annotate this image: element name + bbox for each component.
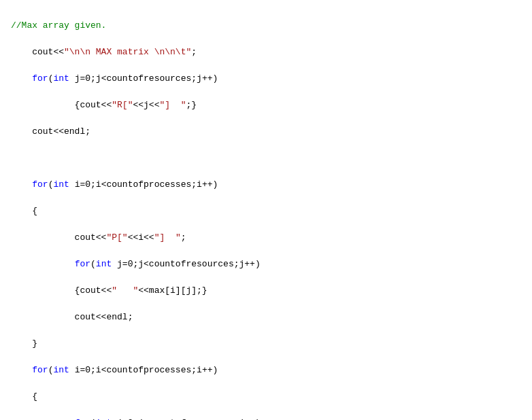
line-2: cout<<"\n\n MAX matrix \n\n\t"; [11,46,532,59]
line-10: for(int j=0;j<countofresources;j++) [11,258,532,271]
line-4: {cout<<"R["<<j<<"] ";} [11,99,532,112]
line-5: cout<<endl; [11,125,532,139]
line-7: for(int i=0;i<countofprocesses;i++) [11,178,532,192]
line-8: { [11,205,532,218]
line-13: } [11,337,532,351]
line-3: for(int j=0;j<countofresources;j++) [11,72,532,86]
line-16: for(int j=0;j<countofresources;j++) [11,417,532,421]
line-1: //Max array given. [11,19,532,33]
code-editor: //Max array given. cout<<"\n\n MAX matri… [0,0,532,420]
line-6 [11,152,532,165]
line-14: for(int i=0;i<countofprocesses;i++) [11,364,532,377]
line-9: cout<<"P["<<i<<"] "; [11,231,532,245]
line-11: {cout<<" "<<max[i][j];} [11,284,532,298]
line-12: cout<<endl; [11,311,532,324]
line-15: { [11,390,532,404]
